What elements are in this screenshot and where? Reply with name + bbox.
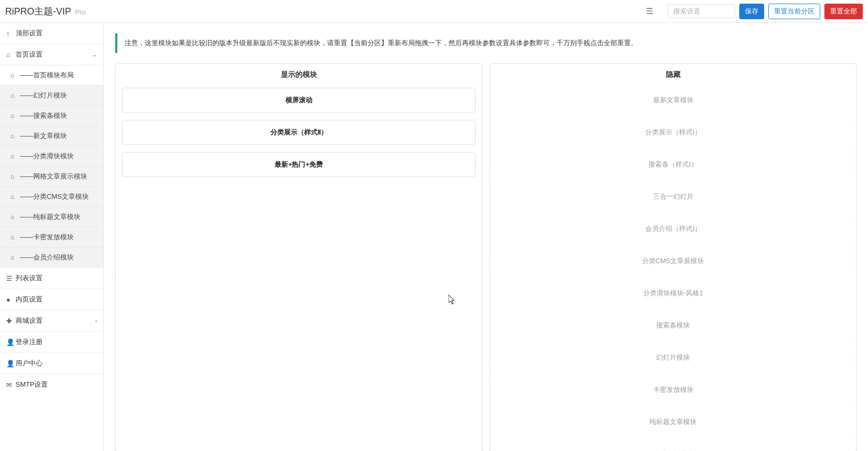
- sidebar-sub-label: ——纯标题文章模块: [20, 212, 80, 222]
- module-item[interactable]: 分类CMS文章展模块: [496, 249, 850, 274]
- sidebar-item-home[interactable]: ⌂ 首页设置 ⌄: [0, 44, 103, 65]
- home-icon: ⌂: [10, 112, 20, 119]
- sidebar-sub-label: ——卡密发放模块: [20, 233, 74, 242]
- disabled-title: 隐藏: [496, 70, 850, 79]
- brand-text: RiPRO主题-VIP: [5, 6, 71, 17]
- sidebar-sub-title-articles[interactable]: ⌂ ——纯标题文章模块: [0, 207, 103, 227]
- sidebar-item-top[interactable]: ↑ 顶部设置: [0, 23, 103, 44]
- sidebar-sub-label: ——幻灯片模块: [20, 91, 67, 100]
- module-item[interactable]: 纯标题文章模块: [496, 409, 850, 434]
- sidebar-item-label: 首页设置: [16, 50, 43, 59]
- sidebar-item-label: 内页设置: [16, 295, 43, 304]
- user-icon: 👤: [6, 360, 16, 367]
- sidebar-home-subnav: ⌂ ——首页模块布局 ⌂ ——幻灯片模块 ⌂ ——搜索条模块 ⌂ ——新文章模块…: [0, 65, 103, 267]
- enabled-title: 显示的模块: [122, 70, 476, 79]
- sidebar-sub-member-intro[interactable]: ⌂ ——会员介绍模块: [0, 247, 103, 267]
- sidebar-sub-label: ——分类CMS文章模块: [20, 192, 89, 201]
- reset-section-button[interactable]: 重置当前分区: [768, 4, 820, 19]
- sidebar-item-label: 用户中心: [16, 359, 43, 368]
- reset-all-button[interactable]: 重置全部: [824, 4, 863, 19]
- sidebar-item-label: 登录注册: [16, 337, 43, 347]
- sidebar-item-smtp[interactable]: ✉ SMTP设置: [0, 374, 103, 395]
- sidebar-item-label: SMTP设置: [16, 380, 48, 389]
- save-button[interactable]: 保存: [739, 4, 764, 19]
- sidebar-sub-cms-articles[interactable]: ⌂ ——分类CMS文章模块: [0, 186, 103, 207]
- sidebar-sub-category-slider[interactable]: ⌂ ——分类滑块模块: [0, 146, 103, 166]
- module-item[interactable]: 卡密发放模块: [496, 377, 850, 402]
- sidebar-sub-layout[interactable]: ⌂ ——首页模块布局: [0, 65, 103, 85]
- sidebar-sub-card-key[interactable]: ⌂ ——卡密发放模块: [0, 227, 103, 247]
- sidebar-item-user[interactable]: 👤 用户中心: [0, 352, 103, 374]
- mail-icon: ✉: [6, 381, 16, 389]
- search-input[interactable]: [668, 4, 735, 18]
- sidebar-sub-label: ——分类滑块模块: [20, 152, 74, 161]
- home-icon: ⌂: [10, 254, 20, 261]
- brand-suffix: Pro: [75, 8, 86, 16]
- module-item[interactable]: 会员介绍（样式Ⅰ）: [496, 216, 850, 241]
- header-right: ☰ 保存 重置当前分区 重置全部: [646, 4, 863, 19]
- module-item[interactable]: 三合一幻灯片: [496, 184, 850, 209]
- sidebar-item-label: 商城设置: [16, 316, 43, 325]
- sidebar-item-store[interactable]: ✚ 商城设置 ›: [0, 310, 103, 331]
- home-icon: ⌂: [10, 213, 20, 221]
- plus-circle-icon: ✚: [6, 317, 16, 325]
- sidebar: ↑ 顶部设置 ⌂ 首页设置 ⌄ ⌂ ——首页模块布局 ⌂ ——幻灯片模块 ⌂ —…: [0, 23, 104, 451]
- module-item[interactable]: 搜索条模块: [496, 313, 850, 338]
- module-item[interactable]: 分类滑块模块-风格1: [496, 281, 850, 306]
- home-icon: ⌂: [10, 72, 20, 79]
- content-area: 注意，这里模块如果是比较旧的版本升级最新版后不现实新的模块，请重置【当前分区】重…: [104, 23, 868, 451]
- sidebar-nav: ↑ 顶部设置 ⌂ 首页设置 ⌄ ⌂ ——首页模块布局 ⌂ ——幻灯片模块 ⌂ —…: [0, 23, 103, 395]
- module-item[interactable]: 横屏滚动: [122, 88, 476, 113]
- sidebar-sub-label: ——网格文章展示模块: [20, 172, 87, 181]
- sidebar-item-label: 列表设置: [16, 274, 43, 283]
- sidebar-item-label: 顶部设置: [16, 29, 43, 38]
- list-icon: ☰: [6, 275, 16, 282]
- home-icon: ⌂: [6, 51, 16, 59]
- main-content: 注意，这里模块如果是比较旧的版本升级最新版后不现实新的模块，请重置【当前分区】重…: [104, 0, 868, 451]
- chevron-down-icon: ⌄: [92, 51, 97, 58]
- header-bar: RiPRO主题-VIP Pro ☰ 保存 重置当前分区 重置全部: [0, 0, 868, 23]
- home-icon: ⌂: [10, 132, 20, 140]
- expand-icon[interactable]: ☰: [646, 6, 653, 16]
- circle-icon: ●: [6, 296, 16, 304]
- home-icon: ⌂: [10, 92, 20, 99]
- module-item[interactable]: 最新+热门+免费: [122, 152, 476, 177]
- sidebar-item-login[interactable]: 👤 登录注册: [0, 331, 103, 352]
- sidebar-sub-label: ——会员介绍模块: [20, 253, 74, 262]
- sidebar-item-inner[interactable]: ● 内页设置: [0, 289, 103, 310]
- sidebar-sub-label: ——首页模块布局: [20, 71, 74, 80]
- sidebar-sub-label: ——搜索条模块: [20, 111, 67, 120]
- sidebar-sub-label: ——新文章模块: [20, 131, 67, 141]
- module-item[interactable]: 最新文章模块: [496, 88, 850, 113]
- module-item[interactable]: 搜索条（样式Ⅰ）: [496, 152, 850, 177]
- sidebar-sub-grid-articles[interactable]: ⌂ ——网格文章展示模块: [0, 166, 103, 186]
- home-icon: ⌂: [10, 234, 20, 241]
- enabled-column[interactable]: 显示的模块 横屏滚动 分类展示（样式Ⅱ） 最新+热门+免费: [115, 63, 482, 451]
- home-icon: ⌂: [10, 173, 20, 180]
- sidebar-sub-searchbar[interactable]: ⌂ ——搜索条模块: [0, 105, 103, 126]
- module-item[interactable]: 分类展示（样式Ⅱ）: [122, 120, 476, 145]
- user-icon: 👤: [6, 338, 16, 346]
- sidebar-sub-slideshow[interactable]: ⌂ ——幻灯片模块: [0, 85, 103, 105]
- notice-box: 注意，这里模块如果是比较旧的版本升级最新版后不现实新的模块，请重置【当前分区】重…: [115, 33, 857, 53]
- module-item[interactable]: 幻灯片模块: [496, 345, 850, 370]
- home-icon: ⌂: [10, 193, 20, 200]
- home-icon: ⌂: [10, 153, 20, 160]
- module-item[interactable]: 会员介绍模块: [496, 442, 850, 451]
- sidebar-item-list[interactable]: ☰ 列表设置: [0, 267, 103, 289]
- disabled-column[interactable]: 隐藏 最新文章模块 分类展示（样式Ⅰ） 搜索条（样式Ⅰ） 三合一幻灯片 会员介绍…: [490, 63, 857, 451]
- module-item[interactable]: 分类展示（样式Ⅰ）: [496, 120, 850, 145]
- brand-title: RiPRO主题-VIP Pro: [5, 5, 86, 18]
- arrow-up-icon: ↑: [6, 30, 16, 37]
- sortable-wrap: 显示的模块 横屏滚动 分类展示（样式Ⅱ） 最新+热门+免费 隐藏 最新文章模块 …: [115, 63, 857, 451]
- chevron-right-icon: ›: [95, 317, 97, 324]
- sidebar-sub-new-articles[interactable]: ⌂ ——新文章模块: [0, 126, 103, 146]
